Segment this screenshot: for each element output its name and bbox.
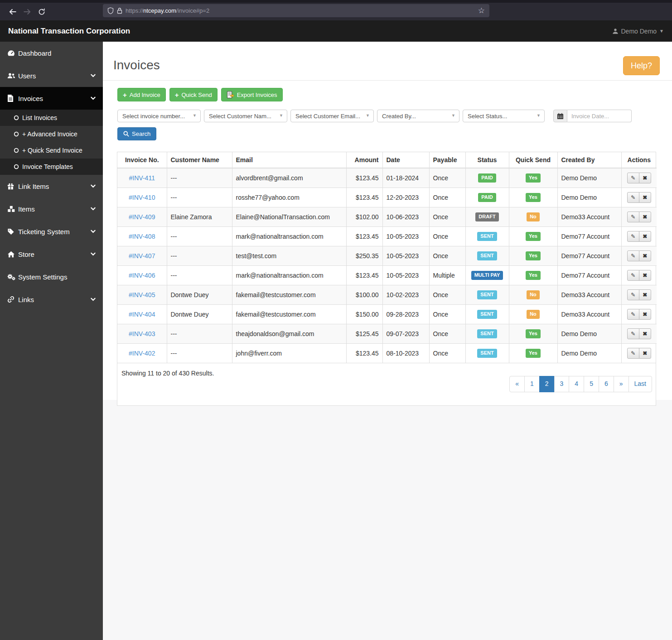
invoice-date-input[interactable] [567, 110, 632, 122]
filter-row: Select invoice number... ▼ Select Custom… [117, 110, 672, 122]
address-bar[interactable]: https://ntcepay.com/invoice#p=2 ☆ [103, 4, 489, 17]
table-row: #INV-402 --- john@fiverr.com $123.45 08-… [117, 344, 657, 363]
table-row: #INV-409 Elaine Zamora Elaine@NationalTr… [117, 207, 657, 227]
reload-icon[interactable] [35, 5, 48, 18]
table-row: #INV-407 --- test@test.com $250.35 10-05… [117, 246, 657, 266]
date-cell: 10-05-2023 [382, 246, 429, 266]
pagination-prev[interactable]: « [509, 376, 525, 392]
email-cell: rosshe77@yahoo.com [232, 188, 346, 207]
invoice-link[interactable]: #INV-402 [129, 350, 155, 357]
pagination-page-4[interactable]: 4 [569, 376, 584, 392]
pagination-page-1[interactable]: 1 [524, 376, 540, 392]
customer-name-select[interactable]: Select Customer Nam... ▼ [204, 110, 287, 122]
quick-send-badge: Yes [526, 271, 541, 279]
status-select-value: Select Status... [468, 113, 507, 120]
invoices-submenu: List Invoices + Advanced Invoice + Quick… [0, 110, 103, 175]
date-cell: 09-07-2023 [382, 324, 429, 344]
invoice-link[interactable]: #INV-409 [129, 213, 155, 221]
email-cell: fakemail@testcustomer.com [232, 285, 346, 305]
forward-icon[interactable] [21, 5, 34, 18]
help-button[interactable]: Help? [623, 56, 660, 75]
customer-name-select-value: Select Customer Nam... [209, 113, 271, 120]
shield-icon[interactable] [107, 7, 114, 14]
edit-invoice-button[interactable]: ✎ [627, 328, 639, 339]
invoice-link[interactable]: #INV-406 [129, 272, 155, 279]
delete-invoice-button[interactable]: ✖ [639, 250, 651, 261]
invoice-link[interactable]: #INV-408 [129, 233, 155, 240]
invoice-link[interactable]: #INV-405 [129, 291, 155, 298]
delete-invoice-button[interactable]: ✖ [639, 231, 651, 242]
browser-toolbar: https://ntcepay.com/invoice#p=2 ☆ [0, 3, 672, 20]
amount-cell: $250.35 [346, 246, 382, 266]
delete-invoice-button[interactable]: ✖ [639, 289, 651, 300]
gears-icon [7, 273, 18, 280]
calendar-button[interactable] [553, 110, 567, 122]
lock-icon[interactable] [117, 7, 122, 14]
date-cell: 10-06-2023 [382, 207, 429, 227]
sidebar-item-store[interactable]: Store [0, 243, 103, 265]
invoice-number-select[interactable]: Select invoice number... ▼ [117, 110, 201, 122]
sidebar-item-dashboard[interactable]: Dashboard [0, 42, 103, 64]
status-select[interactable]: Select Status... ▼ [463, 110, 545, 122]
sidebar-item-invoice-templates[interactable]: Invoice Templates [0, 159, 103, 175]
bookmark-star-icon[interactable]: ☆ [478, 7, 485, 14]
add-invoice-button[interactable]: + Add Invoice [117, 88, 166, 101]
delete-invoice-button[interactable]: ✖ [639, 270, 651, 281]
pagination-page-5[interactable]: 5 [584, 376, 599, 392]
sidebar-item-invoices[interactable]: Invoices [0, 87, 103, 110]
back-icon[interactable] [6, 5, 19, 18]
delete-invoice-button[interactable]: ✖ [639, 328, 651, 339]
pagination-page-3[interactable]: 3 [554, 376, 570, 392]
delete-invoice-button[interactable]: ✖ [639, 192, 651, 203]
edit-invoice-button[interactable]: ✎ [627, 250, 639, 261]
delete-invoice-button[interactable]: ✖ [639, 173, 651, 183]
sidebar-item-quick-send-invoice[interactable]: + Quick Send Invoice [0, 142, 103, 159]
payable-cell: Multiple [429, 266, 465, 285]
amount-cell: $123.45 [346, 344, 382, 363]
invoice-link[interactable]: #INV-404 [129, 311, 155, 318]
table-row: #INV-406 --- mark@nationaltransaction.co… [117, 266, 657, 285]
pagination-page-6[interactable]: 6 [599, 376, 614, 392]
user-menu[interactable]: Demo Demo ▼ [612, 28, 664, 35]
sidebar-item-advanced-invoice[interactable]: + Advanced Invoice [0, 126, 103, 142]
delete-invoice-button[interactable]: ✖ [639, 212, 651, 222]
invoice-link[interactable]: #INV-411 [129, 174, 155, 182]
invoice-link[interactable]: #INV-410 [129, 194, 155, 201]
delete-invoice-button[interactable]: ✖ [639, 348, 651, 359]
pagination-next[interactable]: » [614, 376, 629, 392]
pagination-page-2-active[interactable]: 2 [539, 376, 555, 392]
export-invoices-button[interactable]: Export Invoices [221, 88, 283, 101]
delete-invoice-button[interactable]: ✖ [639, 309, 651, 320]
sidebar-item-list-invoices[interactable]: List Invoices [0, 110, 103, 126]
quick-send-badge: Yes [526, 193, 541, 202]
edit-invoice-button[interactable]: ✎ [627, 212, 639, 222]
sidebar-label: Items [18, 205, 35, 213]
invoice-number-select-value: Select invoice number... [122, 113, 185, 120]
pagination-last[interactable]: Last [628, 376, 652, 392]
caret-down-icon: ▼ [366, 113, 370, 118]
sidebar-item-users[interactable]: Users [0, 64, 103, 87]
column-header-amount: Amount [346, 152, 382, 168]
edit-invoice-button[interactable]: ✎ [627, 173, 639, 183]
edit-invoice-button[interactable]: ✎ [627, 309, 639, 320]
sidebar-item-links[interactable]: Links [0, 288, 103, 311]
customer-email-select[interactable]: Select Customer Email... ▼ [290, 110, 374, 122]
table-row: #INV-403 --- theajdonaldson@gmail.com $1… [117, 324, 657, 344]
sidebar-item-system-settings[interactable]: System Settings [0, 265, 103, 288]
edit-invoice-button[interactable]: ✎ [627, 231, 639, 242]
email-cell: john@fiverr.com [232, 344, 346, 363]
quick-send-button[interactable]: + Quick Send [169, 88, 218, 101]
search-button[interactable]: Search [117, 127, 156, 140]
created-by-select[interactable]: Created By... ▼ [377, 110, 459, 122]
created-by-cell: Demo Demo [557, 324, 621, 344]
edit-invoice-button[interactable]: ✎ [627, 289, 639, 300]
sidebar-label: System Settings [18, 273, 67, 281]
sidebar-item-items[interactable]: Items [0, 197, 103, 220]
edit-invoice-button[interactable]: ✎ [627, 192, 639, 203]
invoice-link[interactable]: #INV-403 [129, 330, 155, 337]
edit-invoice-button[interactable]: ✎ [627, 348, 639, 359]
edit-invoice-button[interactable]: ✎ [627, 270, 639, 281]
sidebar-item-ticketing-system[interactable]: Ticketing System [0, 220, 103, 243]
invoice-link[interactable]: #INV-407 [129, 252, 155, 260]
sidebar-item-link-items[interactable]: Link Items [0, 175, 103, 197]
